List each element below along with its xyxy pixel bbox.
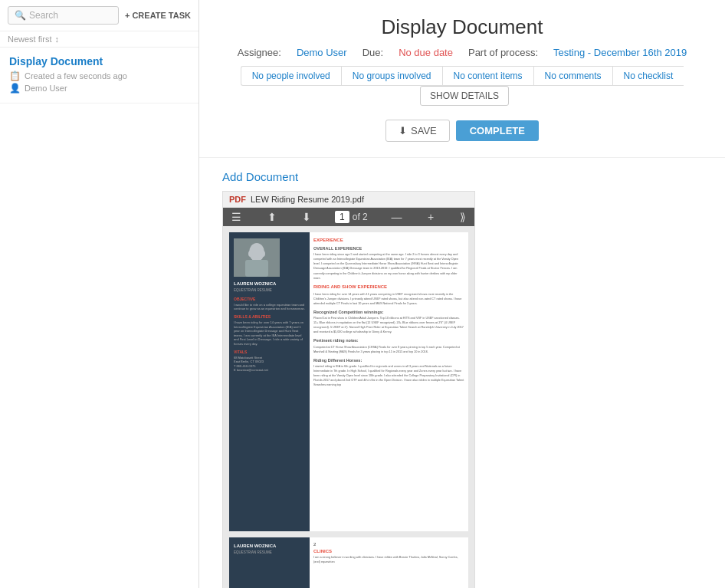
process-label: Part of process: [468, 47, 538, 58]
save-button-top[interactable]: ⬇ SAVE [385, 120, 450, 142]
pdf-container: PDF LEW Riding Resume 2019.pdf ☰ ⬆ ⬇ 1 o… [222, 191, 475, 588]
due-label: Due: [362, 47, 383, 58]
resume-photo [234, 238, 280, 277]
page2-left-column: LAUREN WOZNICA EQUESTRIAN RESUME [229, 537, 310, 588]
page2-number: 2 [313, 542, 465, 547]
page2-right-column: 2 CLINICS I am a strong believer in work… [313, 542, 465, 567]
pdf-menu-button[interactable]: ☰ [229, 211, 244, 223]
sidebar-task-created: 📋 Created a few seconds ago [9, 71, 189, 81]
resume-competition-text: Placed 1st in First show in Children/Adu… [313, 316, 465, 334]
save-icon: ⬇ [399, 125, 407, 136]
top-action-row: ⬇ SAVE COMPLETE [222, 113, 702, 149]
page-title: Display Document [222, 15, 702, 39]
resume-overall-text: I have been riding since age 5 and start… [313, 252, 465, 280]
assignee-label: Assignee: [238, 47, 281, 58]
due-value[interactable]: No due date [399, 47, 453, 58]
sort-label: Newest first [8, 34, 51, 44]
pdf-toolbar: ☰ ⬆ ⬇ 1 of 2 — + ⟫ [223, 208, 474, 226]
resume-vitals-text: 68 Matobasett StreetEast Berlin, CT 0602… [234, 356, 305, 373]
pdf-filename: LEW Riding Resume 2019.pdf [251, 195, 364, 204]
save-label-top: SAVE [411, 125, 437, 136]
resume-rated-text: Competed at CT Horse Show Association (C… [313, 345, 465, 354]
comments-tag[interactable]: No comments [533, 66, 612, 86]
clock-icon: 📋 [9, 71, 21, 81]
pdf-prev-button[interactable]: ⬆ [265, 211, 279, 223]
resume-objective-text: I would like to ride on a college equest… [234, 303, 305, 311]
pdf-page-2: LAUREN WOZNICA EQUESTRIAN RESUME 2 CLINI… [229, 537, 468, 588]
resume-subtitle: EQUESTRIAN RESUME [234, 288, 305, 292]
page2-clinics-text: I am a strong believer in working with c… [313, 555, 465, 564]
create-task-button[interactable]: + CREATE TASK [125, 11, 191, 20]
resume-skills-label: SKILLS & ABILITIES [234, 314, 305, 319]
resume-left-column: LAUREN WOZNICA EQUESTRIAN RESUME OBJECTI… [229, 232, 310, 531]
process-value[interactable]: Testing - December 16th 2019 [553, 47, 687, 58]
search-placeholder: Search [29, 10, 58, 21]
task-created-text: Created a few seconds ago [25, 71, 127, 80]
complete-button-top[interactable]: COMPLETE [456, 120, 539, 141]
pdf-page-indicator: 1 of 2 [335, 211, 368, 223]
resume-overall-subtitle: OVERALL EXPERIENCE [313, 245, 465, 251]
main-content: Display Document Assignee: Demo User Due… [199, 0, 725, 588]
resume-right-column: EXPERIENCE OVERALL EXPERIENCE I have bee… [313, 237, 465, 390]
pdf-fullscreen-button[interactable]: ⟫ [458, 211, 468, 223]
sidebar-task-title: Display Document [9, 55, 189, 67]
resume-different-subtitle: Riding Different Horses: [313, 357, 465, 363]
svg-point-4 [261, 251, 265, 257]
resume-skills-text: I have been riding for over 14 years wit… [234, 320, 305, 347]
groups-tag[interactable]: No groups involved [341, 66, 442, 86]
search-icon: 🔍 [15, 10, 26, 21]
checklist-tag[interactable]: No checklist [612, 66, 684, 86]
pdf-page-total: of 2 [353, 212, 368, 222]
sidebar-task-assignee: 👤 Demo User [9, 83, 189, 94]
content-tag[interactable]: No content items [442, 66, 533, 86]
task-assignee-text: Demo User [25, 84, 67, 93]
pdf-page-current: 1 [335, 211, 349, 223]
svg-rect-2 [245, 260, 268, 277]
resume-different-text: I started riding in IEA in 6th grade. I … [313, 364, 465, 387]
pdf-pages: LAUREN WOZNICA EQUESTRIAN RESUME OBJECTI… [223, 226, 474, 588]
sidebar: 🔍 Search + CREATE TASK Newest first ↕ Di… [0, 0, 199, 588]
resume-rated-subtitle: Pertinent riding notes: [313, 337, 465, 343]
resume-competition-subtitle: Recognized Competition winnings: [313, 309, 465, 315]
pdf-next-button[interactable]: ⬇ [300, 211, 313, 223]
resume-experience-title: EXPERIENCE [313, 237, 465, 244]
pdf-zoom-out-button[interactable]: — [389, 211, 404, 223]
pdf-icon: PDF [229, 195, 246, 204]
pdf-page-1: LAUREN WOZNICA EQUESTRIAN RESUME OBJECTI… [229, 232, 468, 531]
add-document-title[interactable]: Add Document [222, 170, 702, 183]
sidebar-sort-row: Newest first ↕ [0, 31, 198, 48]
main-header: Display Document Assignee: Demo User Due… [199, 0, 725, 158]
sidebar-search-row: 🔍 Search + CREATE TASK [0, 0, 198, 31]
document-section: Add Document PDF LEW Riding Resume 2019.… [199, 158, 725, 588]
resume-objective-label: OBJECTIVE [234, 297, 305, 301]
user-icon: 👤 [9, 83, 21, 94]
show-details-button[interactable]: SHOW DETAILS [420, 86, 509, 106]
sidebar-task-item[interactable]: Display Document 📋 Created a few seconds… [0, 48, 198, 103]
sort-icon: ↕ [54, 34, 59, 44]
tags-row: No people involved No groups involved No… [222, 66, 702, 106]
search-input[interactable]: 🔍 Search [8, 6, 119, 25]
resume-vitals-label: VITALS [234, 350, 305, 354]
resume-name: LAUREN WOZNICA [234, 281, 305, 287]
people-tag[interactable]: No people involved [241, 66, 341, 86]
svg-point-3 [248, 251, 253, 257]
resume-riding-text: I have been riding for over 14 years wit… [313, 292, 465, 306]
pdf-zoom-in-button[interactable]: + [425, 211, 436, 223]
page2-subtitle: EQUESTRIAN RESUME [234, 550, 305, 554]
meta-row: Assignee: Demo User Due: No due date Par… [222, 47, 702, 58]
page2-name: LAUREN WOZNICA [234, 544, 305, 550]
page2-clinics-title: CLINICS [313, 549, 465, 554]
resume-riding-title: RIDING AND SHOW EXPERIENCE [313, 284, 465, 291]
assignee-value[interactable]: Demo User [297, 47, 347, 58]
pdf-header: PDF LEW Riding Resume 2019.pdf [223, 192, 474, 208]
